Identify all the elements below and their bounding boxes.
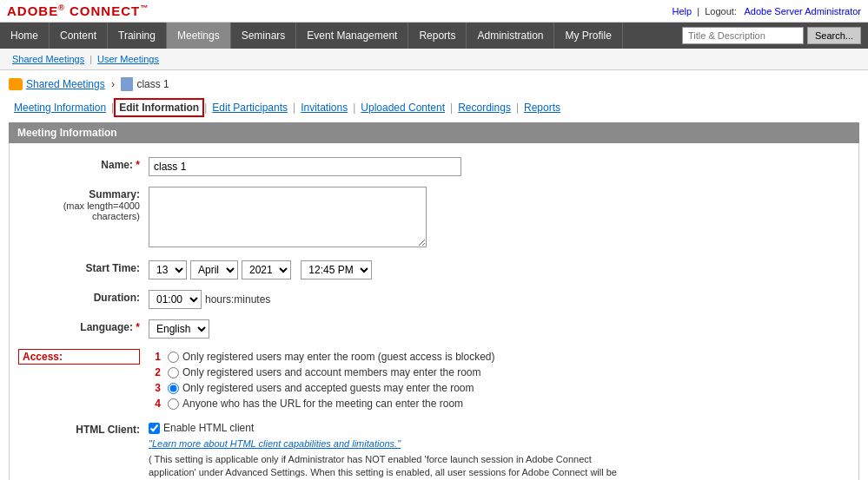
access-label: Access: — [18, 349, 140, 365]
duration-unit: hours:minutes — [205, 293, 270, 306]
file-icon — [121, 77, 133, 91]
access-label-2: Only registered users and account member… — [182, 366, 481, 378]
month-select[interactable]: April — [190, 260, 238, 279]
start-time-row: Start Time: 13 April 2021 12:45 PM — [10, 255, 858, 285]
access-radio-2[interactable] — [168, 367, 179, 378]
folder-icon — [9, 78, 23, 90]
language-select[interactable]: English — [149, 319, 209, 339]
access-label-1: Only registered users may enter the room… — [182, 351, 494, 363]
html-client-checkbox-label: Enable HTML client — [163, 422, 254, 434]
access-option-2: 2 Only registered users and account memb… — [149, 365, 850, 380]
nav-event-management[interactable]: Event Management — [296, 23, 408, 49]
language-label: Language: * — [18, 319, 140, 333]
sub-nav: Shared Meetings | User Meetings — [0, 49, 868, 70]
search-button[interactable]: Search... — [807, 27, 861, 44]
access-label-3: Only registered users and accepted guest… — [182, 382, 474, 394]
nav-meetings[interactable]: Meetings — [167, 23, 231, 49]
year-select[interactable]: 2021 — [242, 260, 291, 279]
breadcrumb-current: class 1 — [136, 78, 169, 90]
subnav-shared-meetings[interactable]: Shared Meetings — [7, 52, 89, 66]
day-select[interactable]: 13 — [149, 260, 187, 279]
nav-administration[interactable]: Administration — [467, 23, 554, 49]
nav-seminars[interactable]: Seminars — [231, 23, 297, 49]
start-time-control: 13 April 2021 12:45 PM — [149, 260, 850, 279]
name-label: Name: * — [18, 157, 140, 171]
logo: ADOBE® CONNECT™ — [7, 3, 149, 18]
tab-row: Meeting Information | Edit Information |… — [0, 98, 868, 117]
language-control: English — [149, 319, 850, 339]
access-option-4: 4 Anyone who has the URL for the meeting… — [149, 396, 850, 411]
tab-recordings[interactable]: Recordings — [453, 98, 516, 117]
html-client-row: HTML Client: Enable HTML client "Learn m… — [10, 417, 858, 480]
access-radio-4[interactable] — [168, 398, 179, 410]
access-control: 1 Only registered users may enter the ro… — [149, 349, 850, 411]
language-row: Language: * English — [10, 314, 858, 344]
duration-control: 01:00 hours:minutes — [149, 290, 850, 309]
breadcrumb: Shared Meetings › class 1 — [0, 70, 868, 98]
html-client-link[interactable]: "Learn more about HTML client capabiliti… — [149, 438, 401, 449]
summary-textarea[interactable] — [149, 187, 427, 247]
html-client-note: ( This setting is applicable only if Adm… — [149, 453, 635, 480]
name-input[interactable] — [149, 157, 461, 176]
html-client-checkbox-row: Enable HTML client — [149, 422, 635, 434]
time-select[interactable]: 12:45 PM — [301, 260, 372, 279]
top-right: Help | Logout: Adobe Server Administrato… — [673, 6, 862, 16]
access-radio-3[interactable] — [168, 383, 179, 394]
html-client-label: HTML Client: — [18, 422, 140, 436]
nav-search-area: Search... — [675, 23, 868, 49]
nav-reports[interactable]: Reports — [408, 23, 467, 49]
access-row: Access: 1 Only registered users may ente… — [10, 344, 858, 417]
section-header: Meeting Information — [9, 122, 859, 143]
user-link[interactable]: Adobe Server Administrator — [744, 6, 861, 16]
search-input[interactable] — [682, 27, 804, 44]
start-time-label: Start Time: — [18, 260, 140, 274]
tab-uploaded-content[interactable]: Uploaded Content — [355, 98, 450, 117]
duration-label: Duration: — [18, 290, 140, 304]
nav-bar: Home Content Training Meetings Seminars … — [0, 23, 868, 49]
help-link[interactable]: Help — [673, 6, 692, 16]
summary-row: Summary: (max length=4000 characters) — [10, 181, 858, 255]
breadcrumb-shared-meetings[interactable]: Shared Meetings — [26, 78, 105, 90]
access-label-4: Anyone who has the URL for the meeting c… — [182, 398, 463, 410]
access-option-3: 3 Only registered users and accepted gue… — [149, 380, 850, 396]
nav-home[interactable]: Home — [0, 23, 50, 49]
html-client-content: Enable HTML client "Learn more about HTM… — [149, 422, 635, 480]
nav-my-profile[interactable]: My Profile — [554, 23, 622, 49]
nav-training[interactable]: Training — [108, 23, 167, 49]
access-option-1: 1 Only registered users may enter the ro… — [149, 349, 850, 365]
duration-select[interactable]: 01:00 — [149, 290, 202, 309]
html-client-checkbox[interactable] — [149, 423, 160, 434]
summary-control — [149, 187, 850, 250]
name-row: Name: * — [10, 152, 858, 181]
name-control — [149, 157, 850, 176]
logout-label: Logout: — [705, 6, 737, 16]
nav-content[interactable]: Content — [50, 23, 108, 49]
tab-reports[interactable]: Reports — [519, 98, 566, 117]
tab-meeting-information[interactable]: Meeting Information — [9, 98, 111, 117]
subnav-user-meetings[interactable]: User Meetings — [92, 52, 164, 66]
form-area: Name: * Summary: (max length=4000 charac… — [9, 143, 859, 480]
top-bar: ADOBE® CONNECT™ Help | Logout: Adobe Ser… — [0, 0, 868, 23]
duration-row: Duration: 01:00 hours:minutes — [10, 285, 858, 314]
tab-edit-participants[interactable]: Edit Participants — [207, 98, 293, 117]
summary-label: Summary: (max length=4000 characters) — [18, 187, 140, 221]
tab-edit-information[interactable]: Edit Information — [114, 98, 204, 117]
tab-invitations[interactable]: Invitations — [295, 98, 353, 117]
access-radio-1[interactable] — [168, 352, 179, 363]
